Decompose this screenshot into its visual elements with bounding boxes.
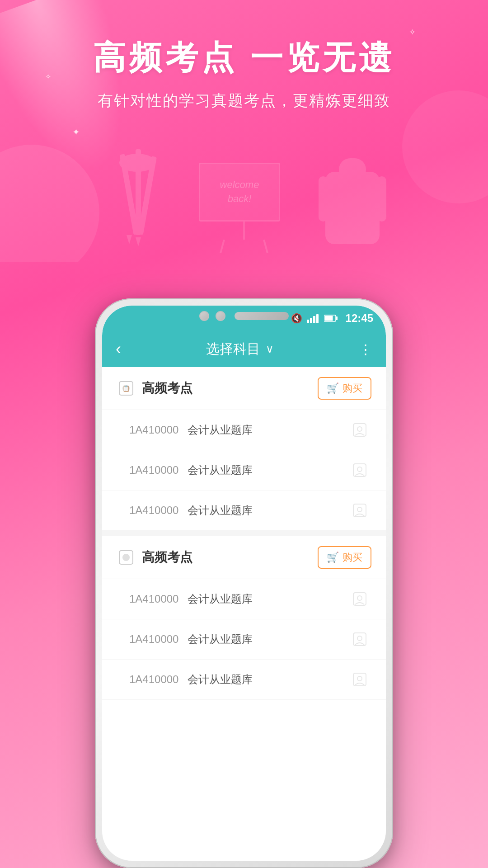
blackboard-line2: back! xyxy=(220,192,259,206)
phone-top-bar xyxy=(199,311,289,321)
phone-outer-shell: 🔇 xyxy=(95,298,393,868)
svg-point-23 xyxy=(357,427,362,431)
section-1-header: 📋 高频考点 🛒 购买 xyxy=(102,367,386,410)
svg-rect-26 xyxy=(353,504,366,517)
svg-point-33 xyxy=(357,636,362,641)
screen-content: 🔇 xyxy=(102,306,386,861)
phone-cameras xyxy=(199,311,225,321)
list-item-1-1[interactable]: 1A410000 会计从业题库 xyxy=(102,410,386,450)
blackboard-stand xyxy=(243,222,245,240)
cart-icon-2: 🛒 xyxy=(327,552,339,563)
svg-rect-17 xyxy=(324,316,333,321)
svg-point-35 xyxy=(357,676,362,681)
action-icon-1-3 xyxy=(352,502,368,519)
item-2-2-content: 1A410000 会计从业题库 xyxy=(129,632,253,646)
camera-dot-1 xyxy=(199,311,209,321)
svg-point-31 xyxy=(357,596,362,600)
svg-rect-11 xyxy=(377,176,386,222)
list-item-1-2[interactable]: 1A410000 会计从业题库 xyxy=(102,450,386,491)
list-content: 📋 高频考点 🛒 购买 xyxy=(102,367,386,861)
section-1-buy-button[interactable]: 🛒 购买 xyxy=(318,377,371,400)
blackboard-leg-left xyxy=(220,240,225,253)
section-1: 📋 高频考点 🛒 购买 xyxy=(102,367,386,531)
buy-label-1: 购买 xyxy=(343,382,362,395)
signal-icon xyxy=(307,313,319,323)
list-item-1-3[interactable]: 1A410000 会计从业题库 xyxy=(102,491,386,531)
hero-section: 高频考点 一览无遗 有针对性的学习真题考点，更精炼更细致 xyxy=(0,36,488,111)
item-1-2-content: 1A410000 会计从业题库 xyxy=(129,463,253,477)
section-1-title: 高频考点 xyxy=(142,380,192,397)
item-1-3-name: 会计从业题库 xyxy=(188,503,253,518)
action-icon-2-3 xyxy=(352,671,368,688)
dropdown-icon: ∨ xyxy=(266,343,274,355)
item-2-3-name: 会计从业题库 xyxy=(188,672,253,687)
action-icon-1-2 xyxy=(352,462,368,478)
back-button[interactable]: ‹ xyxy=(116,340,121,359)
svg-rect-6 xyxy=(325,172,380,244)
svg-rect-14 xyxy=(313,316,315,323)
blackboard-container: welcome back! xyxy=(199,163,289,253)
svg-rect-10 xyxy=(319,176,328,222)
item-1-2-name: 会计从业题库 xyxy=(188,463,253,477)
more-button[interactable]: ⋮ xyxy=(359,341,372,357)
list-item-2-3[interactable]: 1A410000 会计从业题库 xyxy=(102,660,386,700)
phone-screen: 🔇 xyxy=(102,306,386,861)
svg-point-29 xyxy=(122,554,130,561)
nav-title-container[interactable]: 选择科目 ∨ xyxy=(206,340,274,359)
svg-marker-3 xyxy=(127,235,132,244)
hero-title: 高频考点 一览无遗 xyxy=(0,36,488,80)
svg-rect-34 xyxy=(353,673,366,686)
section-2-buy-button[interactable]: 🛒 购买 xyxy=(318,546,371,569)
silhouette-right xyxy=(316,145,389,262)
svg-rect-12 xyxy=(307,320,309,323)
svg-rect-24 xyxy=(353,464,366,476)
action-icon-1-1 xyxy=(352,422,368,438)
blackboard-leg-right xyxy=(263,240,268,253)
cart-icon-1: 🛒 xyxy=(327,382,339,394)
blackboard-legs xyxy=(221,240,267,253)
section-2-header: 高频考点 🛒 购买 xyxy=(102,536,386,579)
list-item-2-1[interactable]: 1A410000 会计从业题库 xyxy=(102,579,386,619)
svg-point-27 xyxy=(357,507,362,512)
nav-title: 选择科目 xyxy=(206,340,260,359)
section-2-title-group: 高频考点 xyxy=(117,548,192,567)
section-1-icon: 📋 xyxy=(117,379,136,398)
blackboard: welcome back! xyxy=(199,163,280,222)
list-item-2-2[interactable]: 1A410000 会计从业题库 xyxy=(102,619,386,660)
item-2-3-content: 1A410000 会计从业题库 xyxy=(129,672,253,687)
buy-label-2: 购买 xyxy=(343,551,362,564)
section-2-icon xyxy=(117,548,136,567)
item-2-2-name: 会计从业题库 xyxy=(188,632,253,646)
item-2-1-content: 1A410000 会计从业题库 xyxy=(129,592,253,606)
section-2: 高频考点 🛒 购买 1A410000 会计从业题库 xyxy=(102,536,386,700)
battery-icon xyxy=(324,314,338,322)
phone-mockup: 🔇 xyxy=(95,298,393,868)
status-icons: 🔇 xyxy=(291,312,373,325)
item-2-1-code: 1A410000 xyxy=(129,593,178,605)
svg-rect-30 xyxy=(353,593,366,605)
svg-rect-7 xyxy=(339,158,366,181)
hero-subtitle: 有针对性的学习真题考点，更精炼更细致 xyxy=(0,90,488,111)
svg-point-5 xyxy=(119,154,155,172)
action-icon-2-1 xyxy=(352,591,368,607)
phone-speaker xyxy=(235,312,289,320)
item-1-1-name: 会计从业题库 xyxy=(188,423,253,437)
svg-marker-4 xyxy=(136,237,141,246)
svg-text:📋: 📋 xyxy=(122,385,130,392)
item-2-2-code: 1A410000 xyxy=(129,633,178,646)
svg-rect-32 xyxy=(353,633,366,646)
svg-rect-15 xyxy=(316,314,319,323)
action-icon-2-2 xyxy=(352,631,368,647)
item-2-1-name: 会计从业题库 xyxy=(188,592,253,606)
sparkle-star-2: ✧ xyxy=(409,27,416,37)
svg-rect-8 xyxy=(334,190,371,193)
silhouette-left xyxy=(99,145,181,262)
camera-dot-2 xyxy=(216,311,225,321)
item-1-1-content: 1A410000 会计从业题库 xyxy=(129,423,253,437)
section-divider xyxy=(102,531,386,536)
blackboard-line1: welcome xyxy=(220,178,259,192)
sparkle-star-3: ✦ xyxy=(72,127,80,137)
svg-rect-13 xyxy=(310,318,312,323)
svg-rect-18 xyxy=(336,316,338,320)
status-time: 12:45 xyxy=(346,312,373,325)
